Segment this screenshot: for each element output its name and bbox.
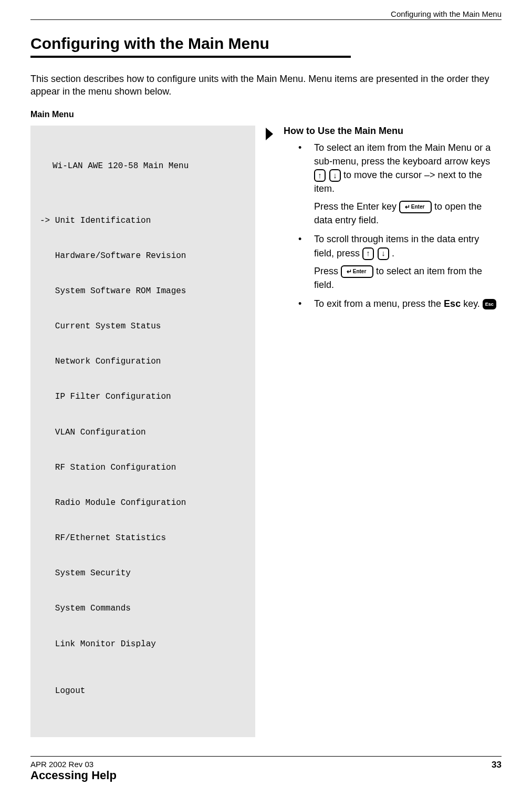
terminal-line: VLAN Configuration <box>36 427 250 438</box>
terminal-line: IP Filter Configuration <box>36 391 250 402</box>
page-number: 33 <box>492 760 502 770</box>
section-heading-help: Accessing Help <box>30 769 502 782</box>
footer-rule <box>30 756 502 757</box>
how-to-box: How to Use the Main Menu To select an it… <box>284 126 502 316</box>
terminal-line: Hardware/Software Revision <box>36 250 250 262</box>
enter-key-icon: ↵Enter <box>341 265 373 278</box>
intro-paragraph: This section describes how to configure … <box>30 73 502 98</box>
terminal-line: System Security <box>36 567 250 579</box>
terminal-line: System Software ROM Images <box>36 285 250 297</box>
how-to-title: How to Use the Main Menu <box>284 126 502 137</box>
main-menu-label: Main Menu <box>30 110 502 119</box>
running-header: Configuring with the Main Menu <box>30 9 502 19</box>
page-title: Configuring with the Main Menu <box>30 35 502 53</box>
enter-key-icon: ↵Enter <box>399 201 432 213</box>
up-arrow-key-icon: ↑ <box>314 169 326 182</box>
pointer-arrow-icon <box>265 127 274 143</box>
how-to-bullet: To select an item from the Main Menu or … <box>298 141 502 227</box>
how-to-bullet: To scroll through items in the data entr… <box>298 232 502 292</box>
down-arrow-key-icon: ↓ <box>378 247 389 260</box>
footer-revision: APR 2002 Rev 03 <box>30 760 93 770</box>
terminal-line-logout: Logout <box>36 685 250 697</box>
terminal-line: Link Monitor Display <box>36 638 250 650</box>
esc-key-icon: Esc <box>483 299 496 309</box>
terminal-line: -> Unit Identification <box>36 215 250 226</box>
header-rule <box>30 19 502 20</box>
terminal-title: Wi-LAN AWE 120-58 Main Menu <box>36 160 250 172</box>
terminal-line: Network Configuration <box>36 356 250 367</box>
terminal-line: Radio Module Configuration <box>36 497 250 509</box>
title-rule <box>30 56 351 58</box>
down-arrow-key-icon: ↓ <box>329 169 341 182</box>
terminal-line: RF/Ethernet Statistics <box>36 532 250 544</box>
how-to-bullet: To exit from a menu, press the Esc key. … <box>298 297 502 311</box>
terminal-line: RF Station Configuration <box>36 462 250 473</box>
terminal-line: Current System Status <box>36 320 250 332</box>
up-arrow-key-icon: ↑ <box>362 247 374 260</box>
terminal-line: System Commands <box>36 603 250 614</box>
terminal-screenshot: Wi-LAN AWE 120-58 Main Menu -> Unit Iden… <box>30 126 255 737</box>
